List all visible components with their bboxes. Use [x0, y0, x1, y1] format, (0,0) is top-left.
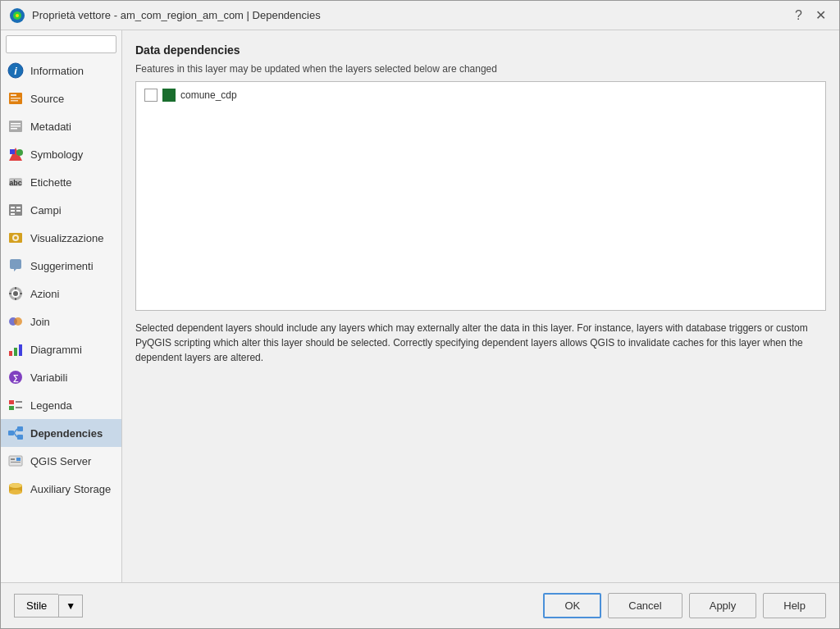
- svg-rect-50: [11, 458, 15, 460]
- main-window: Proprietà vettore - am_com_region_am_com…: [0, 0, 840, 629]
- window-title: Proprietà vettore - am_com_region_am_com…: [32, 9, 321, 21]
- sidebar-item-visualizzazione[interactable]: Visualizzazione: [1, 224, 121, 252]
- sidebar-item-label: QGIS Server: [30, 455, 91, 467]
- ok-button[interactable]: OK: [543, 593, 601, 618]
- source-icon: [7, 90, 24, 107]
- svg-point-34: [14, 317, 22, 326]
- sidebar-item-qgis-server[interactable]: QGIS Server: [1, 447, 121, 475]
- sidebar-item-join[interactable]: Join: [1, 308, 121, 335]
- apply-button[interactable]: Apply: [689, 593, 757, 618]
- sidebar-item-label: Suggerimenti: [30, 260, 94, 272]
- azioni-icon: [7, 285, 24, 302]
- svg-point-2: [16, 14, 19, 17]
- titlebar-left: Proprietà vettore - am_com_region_am_com…: [9, 7, 321, 24]
- svg-rect-46: [17, 435, 23, 440]
- svg-line-47: [14, 429, 17, 433]
- sidebar-item-legenda[interactable]: Legenda: [1, 391, 121, 419]
- sidebar-item-symbology[interactable]: Symbology: [1, 140, 121, 168]
- sidebar-item-label: Metadati: [30, 121, 71, 133]
- qgis-server-icon: [7, 453, 24, 469]
- bottom-bar: Stile ▼ OK Cancel Apply Help: [1, 582, 839, 628]
- svg-point-56: [9, 483, 22, 488]
- sidebar-item-metadati[interactable]: Metadati: [1, 112, 121, 140]
- metadati-icon: [7, 118, 24, 134]
- stile-button[interactable]: Stile: [14, 594, 58, 618]
- svg-rect-8: [11, 100, 18, 102]
- svg-rect-12: [11, 128, 17, 130]
- sidebar-item-azioni[interactable]: Azioni: [1, 280, 121, 308]
- sidebar-item-dependencies[interactable]: Dependencies: [1, 419, 121, 447]
- campi-icon: [7, 202, 24, 218]
- sidebar-search-input[interactable]: [6, 35, 116, 53]
- sidebar-item-source[interactable]: Source: [1, 84, 121, 112]
- layer-color-swatch: [162, 89, 176, 102]
- svg-rect-37: [19, 344, 22, 356]
- sidebar-item-information[interactable]: i Information: [1, 57, 121, 84]
- sidebar-item-label: Diagrammi: [30, 344, 82, 356]
- diagrammi-icon: [7, 341, 24, 358]
- svg-rect-14: [10, 149, 15, 154]
- svg-rect-11: [11, 125, 21, 127]
- svg-rect-35: [9, 351, 12, 356]
- sidebar: i Information Source: [1, 30, 122, 582]
- svg-rect-43: [16, 407, 22, 408]
- info-description-text: Selected dependent layers should include…: [135, 321, 826, 365]
- titlebar: Proprietà vettore - am_com_region_am_com…: [1, 1, 839, 30]
- sidebar-item-label: Variabili: [30, 371, 67, 384]
- legenda-icon: [7, 397, 24, 413]
- titlebar-buttons: ? ✕: [790, 6, 831, 25]
- main-layout: i Information Source: [1, 30, 839, 582]
- svg-point-55: [9, 490, 22, 495]
- svg-rect-42: [16, 401, 22, 403]
- help-titlebar-button[interactable]: ?: [790, 7, 807, 25]
- variabili-icon: ∑: [7, 369, 24, 385]
- svg-rect-20: [16, 207, 21, 208]
- layer-name: comune_cdp: [180, 89, 237, 101]
- svg-text:∑: ∑: [12, 373, 18, 383]
- svg-rect-21: [11, 210, 15, 212]
- visualizzazione-icon: [7, 230, 24, 246]
- close-titlebar-button[interactable]: ✕: [810, 6, 831, 25]
- sidebar-item-label: Join: [30, 316, 50, 328]
- sidebar-item-etichette[interactable]: abc Etichette: [1, 168, 121, 196]
- svg-rect-52: [16, 458, 21, 461]
- svg-rect-32: [20, 293, 22, 294]
- svg-point-15: [16, 149, 23, 156]
- stile-dropdown-button[interactable]: ▼: [58, 595, 83, 618]
- sidebar-item-label: Symbology: [30, 148, 83, 161]
- sidebar-item-label: Campi: [30, 204, 62, 217]
- help-button[interactable]: Help: [763, 593, 826, 618]
- suggerimenti-icon: [7, 258, 24, 274]
- svg-text:abc: abc: [9, 179, 22, 187]
- sidebar-item-label: Azioni: [30, 288, 59, 300]
- svg-point-26: [14, 236, 17, 239]
- svg-rect-36: [14, 348, 17, 356]
- join-icon: [7, 313, 24, 330]
- auxiliary-storage-icon: [7, 481, 24, 497]
- sidebar-item-label: Dependencies: [30, 427, 103, 440]
- sidebar-item-suggerimenti[interactable]: Suggerimenti: [1, 252, 121, 280]
- sidebar-item-auxiliary-storage[interactable]: Auxiliary Storage: [1, 475, 121, 503]
- layer-checkbox[interactable]: [144, 89, 158, 102]
- sidebar-item-label: Etichette: [30, 176, 72, 189]
- sidebar-item-label: Information: [30, 65, 84, 77]
- dependencies-icon: [7, 425, 24, 441]
- sidebar-item-label: Source: [30, 93, 64, 105]
- sidebar-item-campi[interactable]: Campi: [1, 196, 121, 224]
- cancel-button[interactable]: Cancel: [608, 593, 682, 618]
- sidebar-item-diagrammi[interactable]: Diagrammi: [1, 335, 121, 363]
- section-title: Data dependencies: [135, 43, 826, 57]
- svg-point-28: [12, 290, 19, 297]
- sidebar-item-label: Legenda: [30, 399, 72, 412]
- information-icon: i: [7, 62, 24, 79]
- svg-rect-7: [11, 98, 21, 99]
- svg-rect-40: [9, 400, 14, 404]
- svg-text:i: i: [14, 65, 17, 77]
- sidebar-item-variabili[interactable]: ∑ Variabili: [1, 363, 121, 391]
- svg-rect-30: [15, 298, 16, 300]
- sidebar-item-label: Visualizzazione: [30, 232, 103, 244]
- svg-rect-31: [9, 293, 11, 294]
- svg-rect-45: [17, 426, 23, 431]
- svg-rect-6: [11, 94, 16, 96]
- svg-line-48: [14, 433, 17, 437]
